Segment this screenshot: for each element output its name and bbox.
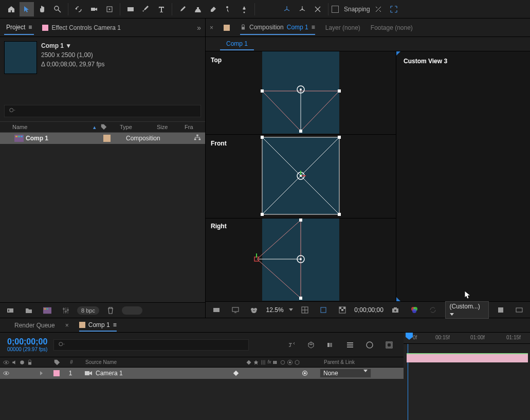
home-button[interactable] xyxy=(4,2,19,16)
expand-arrow-icon[interactable] xyxy=(40,371,43,375)
audio-icon[interactable] xyxy=(11,359,17,366)
clone-stamp-tool[interactable] xyxy=(191,2,205,16)
column-number[interactable]: # xyxy=(63,359,80,365)
new-folder-button[interactable] xyxy=(22,303,36,318)
comp-mini-flowchart-button[interactable] xyxy=(284,338,299,352)
layer-tab[interactable]: Layer (none) xyxy=(325,21,360,34)
view-custom[interactable]: Custom View 3 xyxy=(396,51,530,301)
shy-switch[interactable] xyxy=(232,370,240,377)
view-top[interactable]: Top xyxy=(206,51,396,135)
visibility-toggle[interactable] xyxy=(3,370,9,376)
close-timeline-tab[interactable]: × xyxy=(65,322,69,329)
snapshot-button[interactable] xyxy=(389,303,403,317)
monitor-button[interactable] xyxy=(229,303,243,317)
view-layout-dropdown[interactable]: (Custom...) xyxy=(445,301,489,319)
interpret-footage-button[interactable] xyxy=(3,303,17,318)
label-icon[interactable] xyxy=(100,123,107,131)
solo-icon[interactable] xyxy=(20,360,25,365)
axis-view-button[interactable] xyxy=(310,2,325,16)
delete-button[interactable] xyxy=(103,303,118,318)
project-search[interactable] xyxy=(4,105,201,117)
3d-view-button[interactable] xyxy=(494,303,508,317)
column-framerate[interactable]: Fra xyxy=(185,124,205,130)
zoom-tool[interactable] xyxy=(50,2,65,16)
timeline-track-area[interactable]: 0f 00:15f 01:00f 01:15f xyxy=(404,333,530,420)
footage-tab[interactable]: Footage (none) xyxy=(371,21,413,34)
label-icon[interactable] xyxy=(53,359,61,366)
lock-icon[interactable] xyxy=(27,359,33,366)
column-name[interactable]: Name ▴ xyxy=(0,124,100,131)
view-front[interactable]: Front xyxy=(206,135,396,218)
column-type[interactable]: Type xyxy=(107,124,157,130)
panel-menu-icon[interactable]: ≡ xyxy=(28,24,32,31)
pen-tool[interactable] xyxy=(139,2,153,16)
panel-menu-icon[interactable]: ≡ xyxy=(113,321,117,328)
composition-tab[interactable]: Composition Comp 1 ≡ xyxy=(240,21,315,35)
composition-button[interactable] xyxy=(382,338,396,352)
timeline-comp-tab[interactable]: Comp 1 ≡ xyxy=(79,319,117,332)
axis-world-button[interactable] xyxy=(295,2,309,16)
pickwhip-icon[interactable] xyxy=(301,370,308,377)
channel-button[interactable] xyxy=(407,303,421,317)
panel-menu-icon[interactable]: ≡ xyxy=(312,24,315,31)
text-tool[interactable] xyxy=(154,2,169,16)
eraser-tool[interactable] xyxy=(206,2,221,16)
column-size[interactable]: Size xyxy=(157,124,185,130)
motion-blur-button[interactable] xyxy=(343,338,357,352)
graph-editor-button[interactable] xyxy=(362,338,377,352)
camera-tool[interactable] xyxy=(87,2,101,16)
refresh-disabled-button[interactable] xyxy=(426,303,440,317)
search-toggle[interactable] xyxy=(122,306,142,315)
puppet-tool[interactable] xyxy=(237,2,251,16)
cti-head-icon[interactable] xyxy=(406,333,413,340)
draft-3d-button[interactable] xyxy=(304,338,318,352)
column-parent[interactable]: Parent & Link xyxy=(317,359,404,365)
rectangle-tool[interactable] xyxy=(123,2,138,16)
panel-overflow-button[interactable]: » xyxy=(197,24,201,32)
axis-local-button[interactable] xyxy=(280,2,294,16)
layer-duration-bar[interactable] xyxy=(407,353,528,362)
project-item-row[interactable]: Comp 1 Composition xyxy=(0,133,205,144)
zoom-level[interactable]: 12.5% xyxy=(266,306,284,314)
transparency-grid-button[interactable] xyxy=(336,303,350,317)
close-viewer-button[interactable]: × xyxy=(210,24,213,31)
timeline-layer-row[interactable]: 1 Camera 1 None xyxy=(0,368,404,379)
selection-tool[interactable] xyxy=(20,2,34,16)
mask-button[interactable] xyxy=(247,303,261,317)
adjustment-button[interactable] xyxy=(59,303,73,318)
hand-tool[interactable] xyxy=(35,2,49,16)
always-preview-button[interactable] xyxy=(210,303,224,317)
view-right[interactable]: Right xyxy=(206,218,396,301)
orbit-tool[interactable] xyxy=(71,2,86,16)
project-tab[interactable]: Project ≡ xyxy=(4,21,34,35)
brush-tool[interactable] xyxy=(175,2,190,16)
effect-controls-tab[interactable]: Effect Controls Camera 1 xyxy=(40,21,123,34)
layer-color-swatch[interactable] xyxy=(53,370,60,376)
current-time[interactable]: 0;00;00;00 xyxy=(354,306,383,314)
snapping-checkbox[interactable] xyxy=(332,6,339,13)
svg-point-22 xyxy=(65,311,67,312)
frame-blend-button[interactable] xyxy=(323,338,338,352)
timeline-search[interactable] xyxy=(53,339,249,351)
snap-expand-button[interactable] xyxy=(387,2,401,16)
eye-icon[interactable] xyxy=(3,359,9,366)
bpc-indicator[interactable]: 8 bpc xyxy=(77,306,99,315)
timeline-ruler[interactable]: 0f 00:15f 01:00f 01:15f xyxy=(404,333,530,344)
timeline-empty-rows[interactable] xyxy=(0,379,404,420)
timeline-timecode[interactable]: 0;00;00;00 xyxy=(7,337,47,346)
render-queue-tab[interactable]: Render Queue xyxy=(14,320,55,331)
resolution-button[interactable] xyxy=(298,303,312,317)
new-comp-button[interactable] xyxy=(40,303,54,318)
project-thumbnail[interactable] xyxy=(4,41,37,74)
comp-subtab-active[interactable]: Comp 1 xyxy=(220,38,254,50)
pixel-aspect-button[interactable] xyxy=(513,303,526,317)
roto-brush-tool[interactable] xyxy=(222,2,236,16)
pan-behind-tool[interactable] xyxy=(102,2,117,16)
snap-edge-button[interactable] xyxy=(371,2,386,16)
project-empty-area[interactable] xyxy=(0,144,205,302)
parent-dropdown[interactable]: None xyxy=(320,369,371,378)
column-source-name[interactable]: Source Name xyxy=(80,359,229,365)
zoom-dropdown-icon[interactable] xyxy=(289,308,293,311)
region-button[interactable] xyxy=(317,303,331,317)
project-comp-name[interactable]: Comp 1 ▼ xyxy=(41,41,201,50)
